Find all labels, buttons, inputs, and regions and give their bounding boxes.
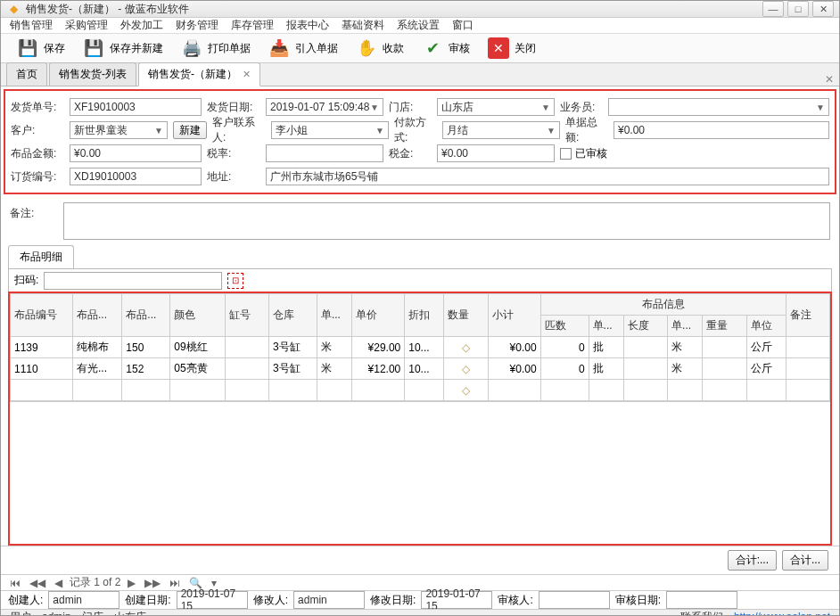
col-name[interactable]: 布品... [73,294,122,337]
table-row[interactable]: 1139纯棉布15009桃红3号缸米¥29.0010...◇¥0.000批米公斤 [11,337,830,358]
table-cell[interactable]: 米 [668,337,703,358]
table-cell[interactable]: 批 [589,358,623,380]
col-sub[interactable]: 小计 [488,294,540,337]
table-cell[interactable]: 10... [405,358,444,380]
table-cell[interactable] [703,380,746,401]
sales-select[interactable]: ▼ [608,98,829,116]
table-cell[interactable] [11,380,73,401]
status-url-link[interactable]: http://www.aolan.net [734,611,830,616]
close-window-button[interactable]: ✕ [812,1,834,17]
col-spec[interactable]: 布品... [122,294,170,337]
eraser-icon[interactable]: ◇ [462,341,470,354]
table-cell[interactable]: 3号缸 [268,358,317,380]
orderno-input[interactable]: XD19010003 [70,168,202,185]
nav-prev-page-icon[interactable]: ◀◀ [28,577,47,589]
table-cell[interactable] [623,337,667,358]
taxrate-input[interactable] [266,144,383,162]
remark-textarea[interactable] [63,202,830,240]
sum-button-2[interactable]: 合计... [782,550,828,571]
table-cell[interactable] [352,380,405,401]
nav-first-icon[interactable]: ⏮ [8,577,22,589]
tab-close-icon[interactable]: ✕ [243,69,251,80]
minimize-button[interactable]: — [762,1,784,17]
table-row[interactable]: 1110有光...15205亮黄3号缸米¥12.0010...◇¥0.000批米… [11,358,830,380]
table-cell[interactable] [589,380,623,401]
col-qty[interactable]: 数量 [444,294,488,337]
col-rem[interactable]: 备注 [786,294,829,337]
table-cell[interactable]: 10... [405,337,444,358]
nav-next-icon[interactable]: ▶ [126,577,137,589]
table-cell[interactable] [668,380,703,401]
col-len[interactable]: 长度 [623,316,667,337]
col-wh[interactable]: 仓库 [268,294,317,337]
table-cell[interactable] [786,380,829,401]
table-cell[interactable] [73,380,122,401]
audited-checkbox[interactable]: 已审核 [560,146,607,161]
col-pcs[interactable]: 匹数 [540,316,589,337]
table-cell[interactable] [225,337,268,358]
sum-button-1[interactable]: 合计:... [728,550,777,571]
shipno-input[interactable]: XF19010003 [70,98,202,116]
col-price[interactable]: 单价 [352,294,405,337]
tab-list[interactable]: 销售发货-列表 [49,62,136,86]
tab-home[interactable]: 首页 [6,62,47,86]
table-cell[interactable] [540,380,589,401]
table-cell[interactable]: 1139 [11,337,73,358]
col-code[interactable]: 布品编号 [11,294,73,337]
shipdate-input[interactable]: 2019-01-07 15:09:48▼ [266,98,383,116]
nav-prev-icon[interactable]: ◀ [53,577,64,589]
import-button[interactable]: 📥引入单据 [261,34,345,62]
col-color[interactable]: 颜色 [170,294,225,337]
table-cell[interactable]: ◇ [444,337,488,358]
table-cell[interactable]: ¥12.00 [352,358,405,380]
col-disc[interactable]: 折扣 [405,294,444,337]
table-cell[interactable]: 公斤 [746,358,786,380]
table-cell[interactable] [746,380,786,401]
menu-settings[interactable]: 系统设置 [397,18,440,33]
table-cell[interactable]: ◇ [444,380,488,401]
table-cell[interactable]: 公斤 [746,337,786,358]
scan-input[interactable] [44,272,222,290]
nav-next-page-icon[interactable]: ▶▶ [143,577,162,589]
col-unit[interactable]: 单... [317,294,351,337]
table-cell[interactable]: ◇ [444,358,488,380]
table-cell[interactable]: 有光... [73,358,122,380]
table-cell[interactable]: 0 [540,358,589,380]
table-cell[interactable]: 3号缸 [268,337,317,358]
table-cell[interactable] [703,358,746,380]
menu-basedata[interactable]: 基础资料 [342,18,384,33]
menu-window[interactable]: 窗口 [452,18,474,33]
table-cell[interactable] [170,380,225,401]
table-cell[interactable] [225,358,268,380]
collect-button[interactable]: ✋收款 [349,34,411,62]
col-u3[interactable]: 单... [668,316,703,337]
table-cell[interactable]: 纯棉布 [73,337,122,358]
col-vat[interactable]: 缸号 [225,294,268,337]
menu-finance[interactable]: 财务管理 [176,18,218,33]
table-cell[interactable]: 09桃红 [170,337,225,358]
table-cell[interactable] [703,337,746,358]
menu-outsource[interactable]: 外发加工 [120,18,163,33]
menu-purchase[interactable]: 采购管理 [65,18,108,33]
table-cell[interactable]: ¥0.00 [488,337,540,358]
table-cell[interactable]: 0 [540,337,589,358]
table-cell[interactable]: 米 [317,337,351,358]
col-u2[interactable]: 单... [589,316,623,337]
eraser-icon[interactable]: ◇ [462,384,470,397]
table-cell[interactable] [488,380,540,401]
paytype-select[interactable]: 月结▼ [442,121,560,139]
table-cell[interactable] [623,380,667,401]
table-cell[interactable] [405,380,444,401]
clothamt-input[interactable]: ¥0.00 [70,144,202,162]
table-cell[interactable]: 米 [668,358,703,380]
audit-button[interactable]: ✔审核 [415,34,477,62]
menu-report[interactable]: 报表中心 [286,18,329,33]
address-input[interactable]: 广州市东城市场65号铺 [266,168,829,185]
tab-new[interactable]: 销售发货-（新建）✕ [138,62,260,86]
table-cell[interactable]: ¥0.00 [488,358,540,380]
table-cell[interactable]: ¥29.00 [352,337,405,358]
eraser-icon[interactable]: ◇ [462,363,470,375]
col-wt[interactable]: 重量 [703,316,746,337]
table-cell[interactable] [225,380,268,401]
tax-input[interactable]: ¥0.00 [437,144,555,162]
